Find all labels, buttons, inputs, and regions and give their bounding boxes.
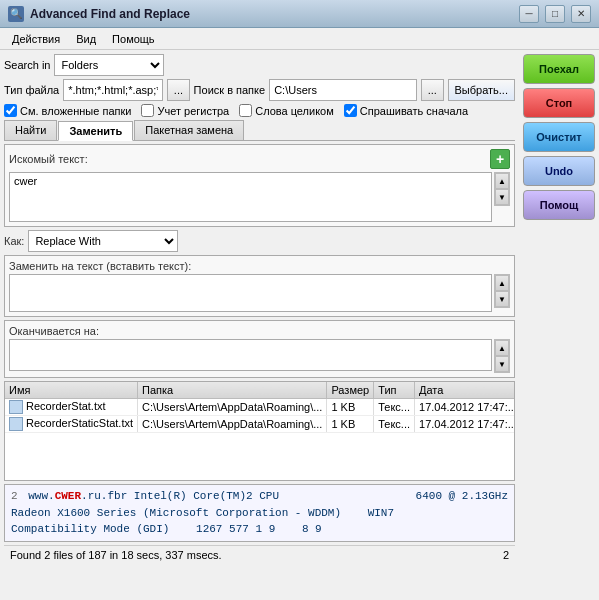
preview-line-2: Radeon X1600 Series (Microsoft Corporati… (11, 505, 508, 522)
tab-replace[interactable]: Заменить (58, 121, 133, 141)
scroll-down-btn[interactable]: ▼ (495, 189, 509, 205)
menu-view[interactable]: Вид (68, 31, 104, 47)
preview-line-1: 2 www.CWER.ru.fbr Intel(R) Core(TM)2 CPU… (11, 488, 508, 505)
preview-content3: 6400 @ 2.13GHz (416, 488, 508, 505)
case-label: Учет регистра (157, 105, 229, 117)
subfolders-checkbox-item[interactable]: См. вложенные папки (4, 104, 131, 117)
search-folder-input[interactable] (269, 79, 417, 101)
go-button[interactable]: Поехал (523, 54, 595, 84)
preview-content4: Radeon X1600 Series (Microsoft Corporati… (11, 507, 341, 519)
search-in-row: Search in Folders Files Open Files (4, 54, 515, 76)
clear-button[interactable]: Очистит (523, 122, 595, 152)
ends-textarea[interactable] (9, 339, 492, 371)
app-icon: 🔍 (8, 6, 24, 22)
find-scrollbar[interactable]: ▲ ▼ (494, 172, 510, 206)
cell-date: 17.04.2012 17:47:... (415, 416, 515, 433)
status-count: 2 (503, 549, 509, 561)
folder-browse-button[interactable]: ... (421, 79, 443, 101)
cell-name: RecorderStat.txt (5, 399, 138, 416)
results-table: Имя Папка Размер Тип Дата Н RecorderStat… (5, 382, 515, 433)
col-date[interactable]: Дата (415, 382, 515, 399)
replace-label: Заменить на текст (вставить текст): (9, 260, 191, 272)
file-folder-row: Тип файла ... Поиск в папке ... Выбрать.… (4, 79, 515, 101)
preview-content6: Compatibility Mode (GDI) (11, 523, 169, 535)
case-checkbox-item[interactable]: Учет регистра (141, 104, 229, 117)
ends-section: Оканчивается на: ▲ ▼ (4, 320, 515, 378)
subfolders-checkbox[interactable] (4, 104, 17, 117)
find-label: Искомый текст: (9, 153, 88, 165)
title-bar: 🔍 Advanced Find and Replace ─ □ ✕ (0, 0, 599, 28)
cell-type: Текс... (374, 399, 415, 416)
how-select[interactable]: Replace With Insert Before Insert After … (28, 230, 178, 252)
ends-label: Оканчивается на: (9, 325, 99, 337)
choose-button[interactable]: Выбрать... (448, 79, 515, 101)
preview-content8: 8 9 (302, 523, 322, 535)
ends-scroll-up[interactable]: ▲ (495, 340, 509, 356)
scroll-up-btn[interactable]: ▲ (495, 173, 509, 189)
menu-actions[interactable]: Действия (4, 31, 68, 47)
help-button[interactable]: Помощ (523, 190, 595, 220)
replace-section: Заменить на текст (вставить текст): ▲ ▼ (4, 255, 515, 317)
how-label: Как: (4, 235, 24, 247)
subfolders-label: См. вложенные папки (20, 105, 131, 117)
col-name[interactable]: Имя (5, 382, 138, 399)
ask-again-checkbox[interactable] (344, 104, 357, 117)
window-title: Advanced Find and Replace (30, 7, 513, 21)
status-text: Found 2 files of 187 in 18 secs, 337 mse… (10, 549, 222, 561)
replace-textarea[interactable] (9, 274, 492, 312)
preview-linenum: 2 (11, 490, 18, 502)
status-bar: Found 2 files of 187 in 18 secs, 337 mse… (4, 545, 515, 565)
replace-scroll-down[interactable]: ▼ (495, 291, 509, 307)
search-folder-label: Поиск в папке (194, 84, 266, 96)
col-folder[interactable]: Папка (138, 382, 327, 399)
ask-again-label: Спрашивать сначала (360, 105, 468, 117)
search-in-label: Search in (4, 59, 50, 71)
cell-name: RecorderStaticStat.txt (5, 416, 138, 433)
cell-date: 17.04.2012 17:47:... (415, 399, 515, 416)
case-checkbox[interactable] (141, 104, 154, 117)
preview-content2: .ru.fbr Intel(R) Core(TM)2 CPU (81, 490, 279, 502)
replace-scroll-up[interactable]: ▲ (495, 275, 509, 291)
right-panel: Поехал Стоп Очистит Undo Помощ (519, 50, 599, 600)
maximize-button[interactable]: □ (545, 5, 565, 23)
cell-folder: C:\Users\Artem\AppData\Roaming\... (138, 416, 327, 433)
stop-button[interactable]: Стоп (523, 88, 595, 118)
ends-scroll-down[interactable]: ▼ (495, 356, 509, 372)
file-type-label: Тип файла (4, 84, 59, 96)
minimize-button[interactable]: ─ (519, 5, 539, 23)
whole-word-label: Слова целиком (255, 105, 334, 117)
checkboxes-row: См. вложенные папки Учет регистра Слова … (4, 104, 515, 117)
file-type-input[interactable] (63, 79, 163, 101)
preview-line-3: Compatibility Mode (GDI) 1267 577 1 9 8 … (11, 521, 508, 538)
preview-panel: 2 www.CWER.ru.fbr Intel(R) Core(TM)2 CPU… (4, 484, 515, 542)
add-pattern-button[interactable]: + (490, 149, 510, 169)
preview-highlight: CWER (55, 490, 81, 502)
file-type-browse-button[interactable]: ... (167, 79, 189, 101)
preview-content7: 1267 577 1 9 (196, 523, 275, 535)
replace-scrollbar[interactable]: ▲ ▼ (494, 274, 510, 308)
cell-type: Текс... (374, 416, 415, 433)
preview-content1: www. (28, 490, 54, 502)
col-size[interactable]: Размер (327, 382, 374, 399)
ends-scrollbar[interactable]: ▲ ▼ (494, 339, 510, 373)
col-type[interactable]: Тип (374, 382, 415, 399)
whole-word-checkbox[interactable] (239, 104, 252, 117)
close-button[interactable]: ✕ (571, 5, 591, 23)
table-row[interactable]: RecorderStaticStat.txt C:\Users\Artem\Ap… (5, 416, 515, 433)
tab-bar: Найти Заменить Пакетная замена (4, 120, 515, 141)
find-section: Искомый текст: + cwer ▲ ▼ (4, 144, 515, 227)
table-row[interactable]: RecorderStat.txt C:\Users\Artem\AppData\… (5, 399, 515, 416)
menu-bar: Действия Вид Помощь (0, 28, 599, 50)
whole-word-checkbox-item[interactable]: Слова целиком (239, 104, 334, 117)
file-icon (9, 417, 23, 431)
tab-batch[interactable]: Пакетная замена (134, 120, 244, 140)
undo-button[interactable]: Undo (523, 156, 595, 186)
cell-folder: C:\Users\Artem\AppData\Roaming\... (138, 399, 327, 416)
search-in-select[interactable]: Folders Files Open Files (54, 54, 164, 76)
menu-help[interactable]: Помощь (104, 31, 163, 47)
tab-find[interactable]: Найти (4, 120, 57, 140)
find-textarea[interactable]: cwer (9, 172, 492, 222)
left-panel: Search in Folders Files Open Files Тип ф… (0, 50, 519, 600)
ask-again-checkbox-item[interactable]: Спрашивать сначала (344, 104, 468, 117)
results-table-wrap: Имя Папка Размер Тип Дата Н RecorderStat… (4, 381, 515, 481)
